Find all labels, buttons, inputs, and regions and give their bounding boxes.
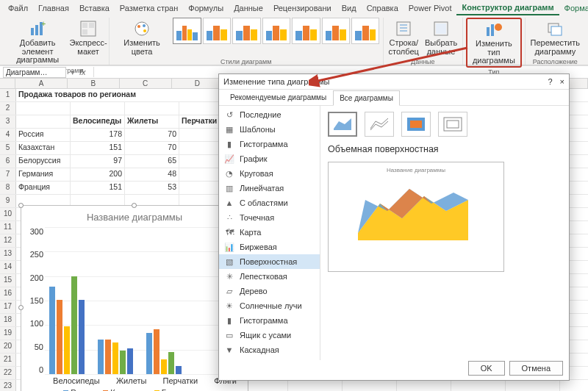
tab-powerpivot[interactable]: Power Pivot	[404, 1, 457, 15]
switch-icon	[394, 19, 413, 38]
subtype-contour[interactable]	[401, 112, 431, 137]
cancel-button[interactable]: Отмена	[509, 361, 563, 376]
select-data-icon	[431, 19, 451, 38]
add-element-icon: +	[28, 19, 47, 38]
chart-y-axis: 300250200150100500	[24, 227, 43, 374]
chart-bars	[45, 227, 245, 374]
change-colors-label: Изменить цвета	[115, 39, 169, 56]
tab-chartdesign[interactable]: Конструктор диаграмм	[456, 1, 559, 15]
preview-title: Объемная поверхностная	[328, 144, 562, 154]
col-B[interactable]: B	[68, 79, 120, 88]
svg-rect-15	[487, 27, 490, 36]
switch-label: Строка/столбец	[389, 39, 419, 56]
svg-point-9	[137, 25, 140, 28]
quick-layout-icon	[79, 19, 98, 38]
tab-review[interactable]: Рецензировани	[268, 1, 337, 15]
select-data-label: Выбрать данные	[425, 39, 457, 56]
quick-layout-button[interactable]: Экспресс-макет	[71, 18, 106, 57]
embedded-chart[interactable]: Название диаграммы 300250200150100500 Ве…	[21, 205, 248, 391]
quick-layout-label: Экспресс-макет	[69, 39, 107, 56]
svg-rect-14	[436, 24, 446, 34]
chart-category-item[interactable]: ▥Линейчатая	[219, 181, 320, 196]
svg-rect-24	[447, 121, 459, 128]
tab-view[interactable]: Вид	[337, 1, 362, 15]
change-type-label: Изменить тип диаграммы	[469, 40, 518, 65]
chart-style-6[interactable]	[322, 18, 350, 44]
preview-thumbnail[interactable]: Название диаграммы	[328, 162, 504, 272]
col-C[interactable]: C	[120, 79, 172, 88]
svg-rect-7	[82, 29, 87, 35]
tab-home[interactable]: Главная	[33, 1, 74, 15]
chart-style-5[interactable]	[292, 18, 320, 44]
group-styles: Изменить цвета Стили диаграмм	[110, 18, 384, 65]
move-chart-label: Переместить диаграмму	[531, 39, 580, 56]
col-A[interactable]: A	[15, 79, 68, 88]
chart-style-7[interactable]	[351, 18, 379, 44]
group-type: Изменить тип диаграммы Тип	[463, 18, 525, 65]
switch-row-column-button[interactable]: Строка/столбец	[387, 18, 421, 57]
tab-file[interactable]: Файл	[3, 1, 33, 15]
chart-category-item[interactable]: ∴Точечная	[219, 210, 320, 225]
chart-style-1[interactable]	[173, 18, 201, 44]
chart-category-item[interactable]: ◔Круговая	[219, 166, 320, 181]
chart-category-item[interactable]: ▮Гистограмма	[219, 137, 320, 151]
chart-category-item[interactable]: 📈График	[219, 151, 320, 166]
svg-point-11	[143, 29, 146, 32]
svg-rect-6	[89, 23, 94, 28]
chart-subtypes	[328, 112, 562, 137]
svg-marker-20	[334, 118, 351, 130]
subtype-contour-wire[interactable]	[438, 112, 467, 137]
subtype-surface-wire[interactable]	[365, 112, 394, 137]
move-chart-icon	[545, 19, 564, 38]
chart-title[interactable]: Название диаграммы	[24, 212, 245, 223]
name-box-dropdown-icon[interactable]: ▾	[71, 68, 75, 77]
ribbon-groups: + Добавить элемент диаграммы Экспресс-ма…	[0, 16, 588, 65]
change-colors-button[interactable]: Изменить цвета	[112, 18, 171, 57]
tab-data[interactable]: Данные	[229, 1, 268, 15]
svg-rect-12	[397, 22, 410, 35]
dialog-help-icon[interactable]: ?	[548, 77, 552, 86]
chart-legend[interactable]: РоссияКазахстанБелоруссия	[24, 388, 245, 391]
svg-rect-1	[35, 25, 38, 35]
svg-point-17	[495, 24, 502, 31]
col-D[interactable]: D	[172, 79, 224, 88]
ribbon-tabs: Файл Главная Вставка Разметка стран Форм…	[0, 0, 588, 16]
chart-x-axis: ВелосипедыЖилетыПерчаткиФляги	[24, 376, 245, 385]
ribbon: Файл Главная Вставка Разметка стран Форм…	[0, 0, 588, 65]
tab-pagelayout[interactable]: Разметка стран	[115, 1, 183, 15]
svg-text:+: +	[41, 21, 46, 28]
name-box[interactable]: Диаграмм…	[3, 67, 66, 78]
palette-icon	[132, 19, 151, 38]
tab-insert[interactable]: Вставка	[74, 1, 115, 15]
add-chart-element-button[interactable]: + Добавить элемент диаграммы	[6, 18, 69, 66]
chart-preview-pane: Объемная поверхностная Название диаграмм…	[320, 106, 569, 360]
change-chart-type-dialog: Изменение типа диаграммы ? × Рекомендуем…	[218, 73, 570, 381]
chart-plot-area[interactable]: 300250200150100500	[24, 227, 245, 374]
svg-point-10	[143, 24, 146, 27]
fx-icon[interactable]: fx	[79, 68, 86, 76]
move-chart-button[interactable]: Переместить диаграмму	[528, 18, 582, 57]
select-data-button[interactable]: Выбрать данные	[423, 18, 459, 57]
dialog-tab-recommended[interactable]: Рекомендуемые диаграммы	[223, 90, 333, 105]
chart-style-4[interactable]	[262, 18, 290, 44]
change-chart-type-button[interactable]: Изменить тип диаграммы	[466, 18, 521, 68]
dialog-tab-all[interactable]: Все диаграммы	[333, 90, 400, 106]
change-type-icon	[484, 20, 503, 39]
tab-formulas[interactable]: Формулы	[183, 1, 229, 15]
ok-button[interactable]: OK	[468, 361, 505, 376]
add-element-label: Добавить элемент диаграммы	[8, 39, 67, 65]
group-data-label: Данные	[411, 58, 435, 65]
tab-format[interactable]: Формат	[559, 1, 588, 15]
chart-category-item[interactable]: ▦Шаблоны	[219, 122, 320, 137]
chart-style-3[interactable]	[232, 18, 260, 44]
chart-style-2[interactable]	[203, 18, 231, 44]
tab-help[interactable]: Справка	[362, 1, 404, 15]
preview-chart-title: Название диаграммы	[333, 167, 499, 173]
svg-rect-0	[31, 28, 34, 35]
chart-category-item[interactable]: ▲С областями	[219, 196, 320, 210]
subtype-surface-3d[interactable]	[328, 112, 357, 137]
dialog-close-icon[interactable]: ×	[560, 77, 564, 86]
chart-category-item[interactable]: ↺Последние	[219, 107, 320, 122]
svg-rect-22	[410, 121, 422, 128]
dialog-titlebar[interactable]: Изменение типа диаграммы ? ×	[219, 74, 569, 90]
